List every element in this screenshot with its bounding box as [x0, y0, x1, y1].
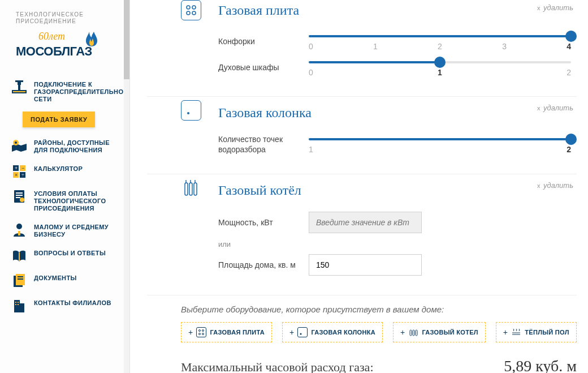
heater-chip-icon — [297, 327, 308, 337]
main-content: Газовая плита x удалить Конфорки 0 1 2 3… — [147, 0, 588, 373]
chip-label: ГАЗОВАЯ КОЛОНКА — [311, 329, 375, 336]
plus-icon: + — [400, 328, 405, 337]
svg-point-46 — [202, 330, 204, 332]
sidebar-item-label: РАЙОНЫ, ДОСТУПНЫЕ ДЛЯ ПОДКЛЮЧЕНИЯ — [34, 138, 124, 154]
calculator-icon: +−×÷ — [11, 164, 27, 179]
delete-heater[interactable]: x удалить — [537, 104, 573, 112]
chip-label: ГАЗОВЫЙ КОТЕЛ — [422, 329, 478, 336]
sidebar-item-areas[interactable]: РАЙОНЫ, ДОСТУПНЫЕ ДЛЯ ПОДКЛЮЧЕНИЯ — [11, 133, 124, 159]
sidebar: ТЕХНОЛОГИЧЕСКОЕ ПРИСОЕДИНЕНИЕ 60лет МОСО… — [0, 0, 130, 373]
chip-stove[interactable]: + ГАЗОВАЯ ПЛИТА — [181, 322, 272, 342]
chip-label: ТЁПЛЫЙ ПОЛ — [525, 329, 569, 336]
stove-chip-icon — [196, 327, 206, 337]
result-label: Максимальный часовой расход газа: — [181, 360, 374, 373]
equip-boiler-title: Газовый котёл — [218, 180, 577, 200]
sidebar-item-label: ПОДКЛЮЧЕНИЕ К ГАЗОРАСПРЕДЕЛИТЕЛЬНОЙ СЕТИ — [34, 80, 128, 103]
sidebar-item-label: МАЛОМУ И СРЕДНЕМУ БИЗНЕСУ — [34, 222, 124, 238]
sidebar-item-business[interactable]: МАЛОМУ И СРЕДНЕМУ БИЗНЕСУ — [11, 217, 124, 243]
book-icon — [11, 248, 27, 263]
svg-text:÷: ÷ — [21, 172, 24, 178]
svg-point-37 — [192, 11, 196, 15]
chip-floor[interactable]: + ТЁПЛЫЙ ПОЛ — [496, 322, 577, 342]
equip-stove-title: Газовая плита — [218, 0, 577, 20]
valve-icon — [11, 80, 27, 95]
sidebar-item-calculator[interactable]: +−×÷ КАЛЬКУЛЯТОР — [11, 159, 124, 184]
svg-point-20 — [20, 198, 24, 202]
scrollbar-thumb[interactable] — [124, 0, 129, 79]
stove-icon — [181, 0, 201, 20]
svg-rect-50 — [410, 330, 412, 336]
logo-block: ТЕХНОЛОГИЧЕСКОЕ ПРИСОЕДИНЕНИЕ 60лет МОСО… — [0, 0, 129, 69]
svg-rect-5 — [13, 91, 25, 92]
power-input[interactable] — [309, 212, 422, 233]
svg-text:−: − — [21, 165, 24, 171]
svg-point-35 — [192, 6, 196, 9]
points-slider[interactable]: 1 2 — [309, 135, 577, 154]
sidebar-item-contacts[interactable]: КОНТАКТЫ ФИЛИАЛОВ — [11, 293, 124, 318]
ovens-slider[interactable]: 0 1 2 — [309, 58, 577, 77]
svg-rect-33 — [18, 304, 19, 305]
svg-rect-23 — [19, 252, 20, 261]
sidebar-item-payment[interactable]: УСЛОВИЯ ОПЛАТЫ ТЕХНОЛОГИЧЕСКОГО ПРИСОЕДИ… — [11, 184, 124, 217]
svg-point-7 — [15, 142, 17, 144]
svg-rect-18 — [16, 195, 23, 196]
ovens-label: Духовые шкафы — [218, 62, 309, 72]
svg-point-48 — [202, 333, 204, 335]
or-text: или — [218, 240, 577, 248]
logo-svg: 60лет МОСОБЛГАЗ — [16, 28, 106, 59]
plus-icon: + — [503, 328, 508, 337]
svg-rect-26 — [18, 276, 23, 277]
equipment-chips: + ГАЗОВАЯ ПЛИТА + ГАЗОВАЯ КОЛОНКА + ГАЗО… — [181, 322, 577, 342]
svg-rect-40 — [189, 183, 192, 195]
delete-boiler[interactable]: x удалить — [537, 181, 573, 190]
svg-rect-22 — [18, 231, 20, 235]
sidebar-item-label: КАЛЬКУЛЯТОР — [34, 164, 83, 173]
map-pin-icon — [11, 138, 27, 153]
sidebar-item-label: ДОКУМЕНТЫ — [34, 273, 77, 282]
submit-button[interactable]: ПОДАТЬ ЗАЯВКУ — [23, 112, 95, 127]
boiler-icon — [181, 178, 201, 198]
svg-rect-27 — [18, 278, 23, 280]
sidebar-item-label: УСЛОВИЯ ОПЛАТЫ ТЕХНОЛОГИЧЕСКОГО ПРИСОЕДИ… — [34, 189, 124, 212]
svg-rect-2 — [15, 80, 23, 82]
sidebar-item-faq[interactable]: ВОПРОСЫ И ОТВЕТЫ — [11, 243, 124, 268]
svg-text:+: + — [15, 165, 18, 171]
docs-icon — [11, 273, 27, 288]
document-icon — [11, 189, 27, 204]
result-value: 5,89 куб. м — [504, 357, 577, 373]
sidebar-item-documents[interactable]: ДОКУМЕНТЫ — [11, 268, 124, 293]
select-prompt: Выберите оборудование, которое присутств… — [181, 305, 577, 314]
sidebar-nav: ПОДКЛЮЧЕНИЕ К ГАЗОРАСПРЕДЕЛИТЕЛЬНОЙ СЕТИ… — [0, 69, 129, 318]
logo-tagline1: ТЕХНОЛОГИЧЕСКОЕ — [16, 11, 118, 18]
svg-point-47 — [199, 333, 201, 335]
equip-stove: Газовая плита x удалить Конфорки 0 1 2 3… — [147, 0, 577, 97]
equip-heater-title: Газовая колонка — [218, 102, 577, 123]
svg-rect-31 — [18, 302, 19, 303]
svg-text:×: × — [15, 172, 18, 178]
sidebar-item-label: КОНТАКТЫ ФИЛИАЛОВ — [34, 298, 111, 307]
result-row: Максимальный часовой расход газа: 5,89 к… — [181, 357, 577, 373]
svg-point-21 — [16, 224, 22, 229]
plus-icon: + — [188, 328, 193, 337]
svg-point-38 — [187, 112, 189, 114]
person-icon — [11, 222, 27, 237]
logo-tagline2: ПРИСОЕДИНЕНИЕ — [16, 18, 118, 25]
delete-stove[interactable]: x удалить — [537, 3, 573, 12]
points-label: Количество точек водоразбора — [218, 134, 309, 155]
sidebar-item-label: ВОПРОСЫ И ОТВЕТЫ — [34, 248, 106, 257]
equip-boiler: Газовый котёл x удалить Мощность, кВт ил… — [147, 174, 577, 295]
chip-heater[interactable]: + ГАЗОВАЯ КОЛОНКА — [282, 322, 383, 342]
area-label: Площадь дома, кв. м — [218, 260, 309, 270]
svg-point-49 — [300, 333, 302, 335]
svg-rect-29 — [20, 303, 24, 312]
svg-rect-52 — [416, 330, 417, 336]
sidebar-item-connection[interactable]: ПОДКЛЮЧЕНИЕ К ГАЗОРАСПРЕДЕЛИТЕЛЬНОЙ СЕТИ — [11, 75, 124, 108]
svg-rect-39 — [185, 183, 188, 195]
area-input[interactable] — [309, 254, 422, 276]
boiler-chip-icon — [408, 327, 418, 337]
chip-boiler[interactable]: + ГАЗОВЫЙ КОТЕЛ — [393, 322, 486, 342]
svg-point-36 — [187, 11, 190, 15]
floor-chip-icon — [511, 327, 521, 337]
burners-slider[interactable]: 0 1 2 3 4 — [309, 32, 577, 51]
sidebar-scrollbar[interactable] — [124, 0, 129, 373]
